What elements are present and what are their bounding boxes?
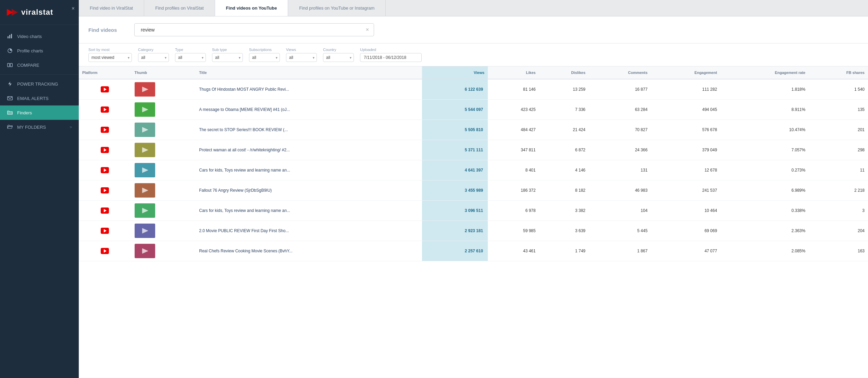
title-cell[interactable]: Real Chefs Review Cooking Movie Scenes (… <box>196 241 422 261</box>
close-button[interactable]: × <box>72 5 75 12</box>
engagement-rate-cell: 1.818% <box>720 79 809 100</box>
tab-find-video-viralstat[interactable]: Find video in ViralStat <box>79 0 144 16</box>
comments-cell: 63 284 <box>589 100 651 120</box>
youtube-platform-icon <box>82 187 128 193</box>
sort-select[interactable]: most viewed most liked most commented mo… <box>88 53 132 62</box>
platform-cell <box>79 140 131 160</box>
comments-cell: 5 445 <box>589 221 651 241</box>
sidebar-item-label: EMAIL ALERTS <box>17 96 49 101</box>
views-filter-label: Views <box>286 48 317 52</box>
title-cell[interactable]: Fallout 76 Angry Review (SjrDbSgB9IU) <box>196 180 422 201</box>
tab-find-profiles-youtube[interactable]: Find profiles on YouTube or Instagram <box>288 0 386 16</box>
title-cell[interactable]: Cars for kids, Toys review and learning … <box>196 201 422 221</box>
views-cell: 5 371 111 <box>422 140 488 160</box>
table-row[interactable]: A message to Obama [MEME REVIEW] #41 (oJ… <box>79 100 868 120</box>
youtube-platform-icon <box>82 228 128 234</box>
type-select-wrap: all <box>175 53 206 62</box>
subscriptions-filter: Subscriptions all <box>249 48 280 62</box>
youtube-icon <box>101 86 109 92</box>
engagement-rate-cell: 8.911% <box>720 100 809 120</box>
folder-open-icon <box>7 124 13 130</box>
likes-cell: 484 427 <box>488 120 539 140</box>
sidebar-item-finders[interactable]: Finders <box>0 105 79 120</box>
table-row[interactable]: Thugs Of Hindostan MOST ANGRY Public Rev… <box>79 79 868 100</box>
likes-cell: 43 461 <box>488 241 539 261</box>
engagement-cell: 111 282 <box>651 79 720 100</box>
sidebar-item-email-alerts[interactable]: EMAIL ALERTS <box>0 91 79 105</box>
sidebar-item-video-charts[interactable]: Video charts <box>0 29 79 43</box>
views-select[interactable]: all <box>286 53 317 62</box>
thumbnail <box>135 224 155 238</box>
table-row[interactable]: Fallout 76 Angry Review (SjrDbSgB9IU)3 4… <box>79 180 868 201</box>
fb-shares-cell: 204 <box>809 221 868 241</box>
youtube-platform-icon <box>82 127 128 133</box>
dislikes-cell: 1 749 <box>539 241 589 261</box>
title-cell[interactable]: Cars for kids, Toys review and learning … <box>196 160 422 180</box>
bar-chart-icon <box>7 33 13 39</box>
youtube-icon <box>101 207 109 214</box>
fb-shares-cell: 201 <box>809 120 868 140</box>
thumb-cell <box>131 160 196 180</box>
svg-rect-6 <box>8 63 10 67</box>
fb-shares-cell: 135 <box>809 100 868 120</box>
table-row[interactable]: Protect waman at all cost! - /r/whitekni… <box>79 140 868 160</box>
comments-cell: 131 <box>589 160 651 180</box>
subtype-select[interactable]: all <box>212 53 243 62</box>
table-row[interactable]: Cars for kids, Toys review and learning … <box>79 201 868 221</box>
table-row[interactable]: Cars for kids, Toys review and learning … <box>79 160 868 180</box>
type-select[interactable]: all <box>175 53 206 62</box>
svg-marker-1 <box>12 9 18 16</box>
col-likes: Likes <box>488 66 539 79</box>
bolt-icon <box>7 81 13 87</box>
thumb-cell <box>131 79 196 100</box>
subtype-select-wrap: all <box>212 53 243 62</box>
type-label: Type <box>175 48 206 52</box>
engagement-rate-cell: 2.085% <box>720 241 809 261</box>
title-cell[interactable]: A message to Obama [MEME REVIEW] #41 (oJ… <box>196 100 422 120</box>
views-cell: 3 455 989 <box>422 180 488 201</box>
title-cell[interactable]: Protect waman at all cost! - /r/whitekni… <box>196 140 422 160</box>
sidebar-item-power-tracking[interactable]: POWER TRACKING <box>0 77 79 91</box>
thumbnail <box>135 183 155 198</box>
category-select[interactable]: all <box>138 53 169 62</box>
results-table-wrap: Platform Thumb Title Views Likes Dislike… <box>79 66 868 378</box>
date-range-input[interactable]: 7/11/2018 - 06/12/2018 <box>360 53 422 62</box>
svg-marker-8 <box>8 81 12 86</box>
sidebar-item-label: POWER TRACKING <box>17 81 58 87</box>
thumbnail <box>135 102 155 117</box>
col-dislikes: Dislikes <box>539 66 589 79</box>
type-filter: Type all <box>175 48 206 62</box>
sidebar-item-my-folders[interactable]: MY FOLDERS > <box>0 120 79 134</box>
thumbnail <box>135 203 155 218</box>
col-platform: Platform <box>79 66 131 79</box>
sidebar-item-label: COMPARE <box>17 63 39 68</box>
title-cell[interactable]: Thugs Of Hindostan MOST ANGRY Public Rev… <box>196 79 422 100</box>
table-row[interactable]: 2.0 Movie PUBLIC REVIEW First Day First … <box>79 221 868 241</box>
search-clear-button[interactable]: × <box>364 26 370 34</box>
thumbnail <box>135 143 155 157</box>
sidebar-navigation: Video charts Profile charts COMPARE <box>0 25 79 134</box>
sidebar-item-label: Finders <box>17 110 32 115</box>
sidebar-item-compare[interactable]: COMPARE <box>0 58 79 72</box>
platform-cell <box>79 221 131 241</box>
youtube-platform-icon <box>82 248 128 254</box>
country-select[interactable]: all <box>323 53 354 62</box>
sidebar-arrow: > <box>70 125 72 129</box>
comments-cell: 1 867 <box>589 241 651 261</box>
table-row[interactable]: The secret to STOP Series!!! BOOK REVIEW… <box>79 120 868 140</box>
comments-cell: 24 366 <box>589 140 651 160</box>
category-select-wrap: all <box>138 53 169 62</box>
tab-find-profiles-viralstat[interactable]: Find profiles on ViralStat <box>144 0 215 16</box>
col-fb-shares: FB shares <box>809 66 868 79</box>
sidebar-item-profile-charts[interactable]: Profile charts <box>0 43 79 58</box>
country-filter: Country all <box>323 48 354 62</box>
search-input[interactable] <box>138 24 364 36</box>
search-box: × <box>134 23 374 36</box>
tab-find-videos-youtube[interactable]: Find videos on YouTube <box>215 0 288 16</box>
subscriptions-select[interactable]: all <box>249 53 280 62</box>
sidebar-item-label: Video charts <box>17 34 42 39</box>
table-row[interactable]: Real Chefs Review Cooking Movie Scenes (… <box>79 241 868 261</box>
title-cell[interactable]: 2.0 Movie PUBLIC REVIEW First Day First … <box>196 221 422 241</box>
title-cell[interactable]: The secret to STOP Series!!! BOOK REVIEW… <box>196 120 422 140</box>
fb-shares-cell: 11 <box>809 160 868 180</box>
